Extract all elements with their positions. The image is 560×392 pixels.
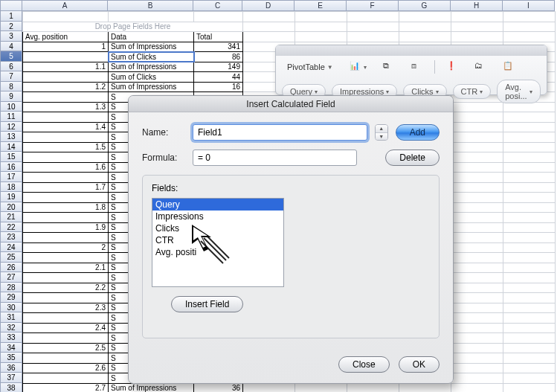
row-header[interactable]: 6 (0, 62, 22, 72)
cell[interactable]: 1.2 (23, 82, 109, 92)
cell[interactable]: 149 (194, 62, 243, 72)
row-header[interactable]: 3 (0, 31, 22, 42)
cell[interactable]: Sum of Impressions (109, 82, 194, 92)
cell[interactable] (295, 12, 347, 22)
cell[interactable] (23, 12, 109, 22)
cell[interactable]: Sum of Impressions (109, 383, 194, 392)
drop-page-fields-hint[interactable]: Drop Page Fields Here (23, 22, 243, 32)
row-header[interactable]: 33 (0, 332, 22, 343)
cell[interactable] (23, 373, 109, 384)
cell[interactable] (503, 142, 556, 152)
name-input[interactable] (193, 124, 367, 141)
cell[interactable] (399, 32, 451, 42)
col-header-E[interactable]: E (295, 0, 347, 11)
cell[interactable] (399, 22, 451, 32)
cell[interactable] (503, 293, 556, 303)
cell[interactable]: Avg. position (23, 32, 109, 42)
cell[interactable] (451, 242, 503, 253)
col-header-G[interactable]: G (399, 0, 451, 11)
close-button[interactable]: Close (338, 356, 390, 373)
cell[interactable] (503, 273, 556, 283)
pivottable-toolbar[interactable]: PivotTable ▼ 📊▾ ⧉ ⧈ ❗ 🗂 📋 Query▾Impressi… (275, 45, 547, 95)
cell[interactable] (451, 353, 503, 364)
cell[interactable]: 1 (23, 42, 109, 52)
row-header[interactable]: 4 (0, 42, 22, 52)
row-header[interactable]: 15 (0, 152, 22, 162)
col-header-F[interactable]: F (347, 0, 399, 11)
cell[interactable] (503, 213, 556, 223)
cell[interactable] (503, 263, 556, 273)
cell[interactable]: Sum of Impressions (109, 62, 194, 72)
cell[interactable] (451, 373, 503, 384)
row-header[interactable]: 29 (0, 292, 22, 303)
col-header-H[interactable]: H (451, 0, 503, 11)
cell[interactable] (503, 202, 556, 213)
cell[interactable] (23, 333, 109, 344)
cell[interactable] (451, 173, 503, 183)
row-header[interactable]: 26 (0, 263, 22, 273)
cell[interactable] (347, 383, 399, 392)
cell[interactable] (503, 122, 556, 132)
cell[interactable]: 2 (23, 242, 109, 253)
toolbar-button-5[interactable]: 🗂 (469, 59, 492, 75)
cell[interactable]: Data (109, 32, 194, 42)
cell[interactable] (503, 253, 556, 263)
row-header[interactable]: 16 (0, 162, 22, 173)
cell[interactable] (243, 22, 295, 32)
cell[interactable] (503, 383, 556, 392)
cell[interactable] (23, 112, 109, 123)
row-header[interactable]: 34 (0, 343, 22, 353)
cell[interactable]: 1.1 (23, 62, 109, 72)
cell[interactable]: 2.4 (23, 323, 109, 333)
cell[interactable] (451, 12, 503, 22)
cell[interactable]: 2.7 (23, 383, 109, 392)
cell[interactable] (451, 273, 503, 283)
toolbar-button-2[interactable]: ⧉ (378, 59, 400, 75)
cell[interactable]: 2.5 (23, 343, 109, 353)
cell[interactable]: 2.2 (23, 283, 109, 293)
toolbar-button-3[interactable]: ⧈ (406, 59, 428, 75)
cell[interactable]: Sum of Impressions (109, 42, 194, 52)
row-header[interactable]: 35 (0, 353, 22, 363)
list-item[interactable]: Avg. positi (152, 246, 283, 258)
cell[interactable] (23, 193, 109, 203)
toolbar-button-1[interactable]: 📊▾ (344, 59, 372, 75)
cell[interactable] (23, 313, 109, 324)
row-header[interactable]: 31 (0, 312, 22, 323)
cell[interactable] (451, 253, 503, 263)
cell[interactable] (451, 152, 503, 163)
field-pill[interactable]: Avg. posi...▾ (497, 80, 541, 103)
cell[interactable] (451, 222, 503, 233)
stepper-down-icon[interactable]: ▼ (376, 133, 387, 141)
cell[interactable] (503, 193, 556, 203)
cell[interactable] (23, 52, 109, 62)
row-header[interactable]: 25 (0, 252, 22, 263)
row-header[interactable]: 30 (0, 303, 22, 313)
cell[interactable] (503, 173, 556, 183)
cell[interactable] (295, 383, 347, 392)
list-item[interactable]: Clicks (152, 222, 283, 234)
row-header[interactable]: 1 (0, 11, 22, 22)
field-pill[interactable]: CTR▾ (453, 84, 492, 99)
add-button[interactable]: Add (396, 124, 440, 141)
col-header-I[interactable]: I (503, 0, 555, 11)
cell[interactable] (503, 222, 556, 233)
row-header[interactable]: 10 (0, 102, 22, 112)
cell[interactable] (503, 303, 556, 313)
col-header-A[interactable]: A (22, 0, 108, 11)
cell[interactable] (451, 333, 503, 344)
cell[interactable] (23, 132, 109, 143)
cell[interactable] (23, 353, 109, 364)
col-header-B[interactable]: B (108, 0, 193, 11)
fields-listbox[interactable]: QueryImpressionsClicksCTRAvg. positi (152, 198, 284, 287)
cell[interactable]: 16 (194, 82, 243, 92)
cell[interactable] (347, 12, 399, 22)
formula-input[interactable] (193, 150, 357, 166)
cell[interactable] (451, 233, 503, 243)
cell[interactable] (347, 32, 399, 42)
ok-button[interactable]: OK (399, 356, 440, 373)
cell[interactable] (503, 32, 556, 42)
cell[interactable] (451, 162, 503, 173)
cell[interactable] (451, 132, 503, 143)
list-item[interactable]: Impressions (152, 211, 283, 222)
